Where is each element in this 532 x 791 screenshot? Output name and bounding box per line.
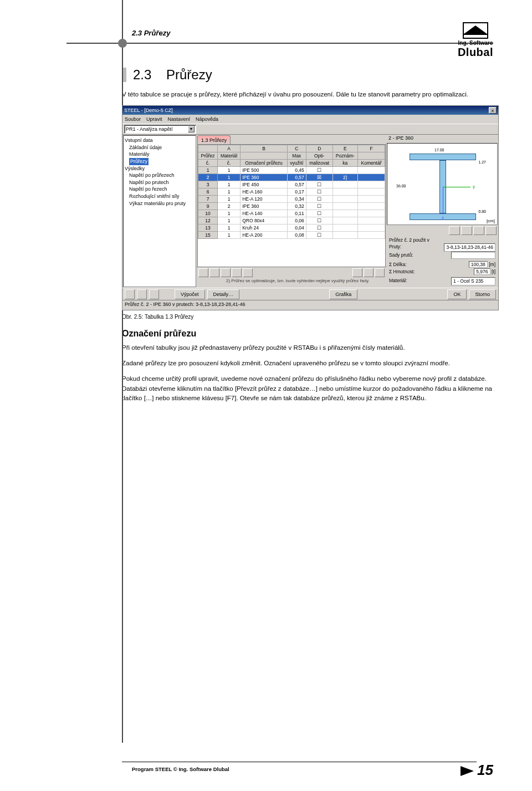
tool-button[interactable] <box>461 226 472 235</box>
tree-item[interactable]: Základní údaje <box>125 144 195 151</box>
menu-item[interactable]: Soubor <box>125 116 141 122</box>
preview-panel: 2 - IPE 360 17.00 1.27 36.00 0.80 [cm] <box>387 135 498 287</box>
axis-z-icon <box>443 187 443 215</box>
tool-button[interactable] <box>232 268 242 277</box>
table-row[interactable]: 121QRO 80x40,06 <box>198 217 385 224</box>
figure-caption: Obr. 2.5: Tabulka 1.3 Průřezy <box>122 314 493 320</box>
table-tab[interactable]: 1.3 Průřezy <box>197 135 231 144</box>
table-row[interactable]: 61HE-A 1600,17 <box>198 188 385 196</box>
preview-toolbar <box>387 225 498 235</box>
margin-horizontal-rule <box>66 43 493 44</box>
calculate-button[interactable]: Výpočet <box>175 289 205 299</box>
margin-dot <box>118 39 127 48</box>
details-button[interactable]: Detaily… <box>207 289 240 299</box>
tool-button[interactable] <box>198 268 208 277</box>
table-row[interactable]: 131Kruh 240,04 <box>198 224 385 232</box>
tree-item[interactable]: Rozhodující vnitřní síly <box>125 193 195 200</box>
intro-paragraph: V této tabulce se pracuje s průřezy, kte… <box>122 90 493 100</box>
running-head: 2.3 Průřezy <box>132 29 170 37</box>
close-icon[interactable]: × <box>489 107 497 114</box>
table-row[interactable]: 151HE-A 2000,08 <box>198 232 385 239</box>
tool-button[interactable] <box>221 268 231 277</box>
navigator-tree[interactable]: Vstupní data Základní údaje Materiály Pr… <box>123 135 196 287</box>
tool-button[interactable] <box>375 268 385 277</box>
footer-rule <box>122 762 477 763</box>
tree-item-selected[interactable]: Průřezy <box>129 158 149 165</box>
page-number: 15 <box>461 762 493 779</box>
menu-item[interactable]: Nastavení <box>168 116 191 122</box>
table-row[interactable]: 31IPE 4500,57 <box>198 181 385 188</box>
screenshot-window: STEEL - [Demo-5 CZ] × Soubor Upravit Nas… <box>122 105 499 310</box>
section-heading: 2.3Průřezy <box>122 68 493 82</box>
case-combo[interactable]: PR1 - Analýza napětí ▼ <box>124 125 196 134</box>
menubar[interactable]: Soubor Upravit Nastavení Nápověda <box>122 115 498 124</box>
window-title: STEEL - [Demo-5 CZ] <box>124 108 173 113</box>
tool-button[interactable] <box>485 226 497 235</box>
table-row[interactable]: 21IPE 3600,572) <box>198 174 385 181</box>
pruty-field[interactable]: 3-8,13-18,23-28,41-46 <box>444 243 495 252</box>
footnote-text: 2) Průřez se optimalizuje, tzn. bude vyh… <box>198 278 385 283</box>
titlebar[interactable]: STEEL - [Demo-5 CZ] × <box>122 106 498 115</box>
tool-button[interactable] <box>149 289 159 299</box>
menu-item[interactable]: Nápověda <box>196 116 218 122</box>
tool-button[interactable] <box>209 268 219 277</box>
sady-field[interactable] <box>451 252 495 259</box>
graphics-button[interactable]: Grafika <box>329 289 357 299</box>
tree-group[interactable]: Výsledky <box>125 165 195 172</box>
tool-button[interactable] <box>243 268 253 277</box>
tree-item[interactable]: Napětí po řezech <box>125 186 195 193</box>
tree-item[interactable]: Napětí po průřezech <box>125 172 195 179</box>
tree-item[interactable]: Napětí po prutech <box>125 179 195 186</box>
help-icon[interactable] <box>125 289 135 299</box>
info-block: Průřez č. 2 použit v Pruty:3-8,13-18,23-… <box>387 235 498 288</box>
tool-button[interactable] <box>352 268 362 277</box>
table-panel: 1.3 Průřezy A B C D E <box>197 135 386 287</box>
tool-button[interactable] <box>473 226 484 235</box>
tool-button[interactable] <box>137 289 147 299</box>
preview-title: 2 - IPE 360 <box>387 135 498 143</box>
cancel-button[interactable]: Storno <box>469 289 496 299</box>
brand-logo: Ing. Software Dlubal <box>458 22 493 59</box>
table-row[interactable]: 71HE-A 1200,34 <box>198 196 385 203</box>
menu-item[interactable]: Upravit <box>146 116 162 122</box>
tool-button[interactable] <box>449 226 460 235</box>
tool-button[interactable] <box>364 268 374 277</box>
tree-item[interactable]: Výkaz materiálu pro pruty <box>125 200 195 207</box>
body-paragraph: Pokud chceme určitý profil upravit, uved… <box>122 374 493 404</box>
toolbar: PR1 - Analýza napětí ▼ <box>122 124 498 135</box>
ok-button[interactable]: OK <box>447 289 467 299</box>
body-paragraph: Zadané průřezy lze pro posouzení kdykoli… <box>122 359 493 369</box>
status-bar: Průřez č. 2 - IPE 360 v prutech: 3-8,13-… <box>122 300 498 310</box>
tree-group[interactable]: Vstupní data <box>125 137 195 144</box>
data-grid[interactable]: A B C D E F Průřez Materiál <box>197 144 386 287</box>
unit-label: [cm] <box>487 218 495 223</box>
chevron-down-icon[interactable]: ▼ <box>188 126 195 132</box>
subsection-heading: Označení průřezu <box>122 329 493 339</box>
dlubal-icon <box>463 22 488 39</box>
table-row[interactable]: 11IPE 5000,45 <box>198 167 385 174</box>
table-body[interactable]: 11IPE 5000,4521IPE 3600,572)31IPE 4500,5… <box>198 167 385 239</box>
dialog-button-bar: Výpočet Detaily… Grafika OK Storno <box>122 288 498 300</box>
axis-y-icon <box>443 187 470 187</box>
tree-item[interactable]: Materiály <box>125 151 195 158</box>
body-paragraph: Při otevření tabulky jsou již přednastav… <box>122 343 493 353</box>
table-footer-bar: 2) Průřez se optimalizuje, tzn. bude vyh… <box>197 267 386 288</box>
table-row[interactable]: 101HE-A 1400,11 <box>198 210 385 217</box>
footer-text: Program STEEL © Ing. Software Dlubal <box>132 766 229 772</box>
section-canvas[interactable]: 17.00 1.27 36.00 0.80 [cm] <box>387 143 498 225</box>
ibeam-shape: 17.00 1.27 36.00 0.80 <box>410 154 476 220</box>
table-row[interactable]: 92IPE 3600,32 <box>198 203 385 210</box>
